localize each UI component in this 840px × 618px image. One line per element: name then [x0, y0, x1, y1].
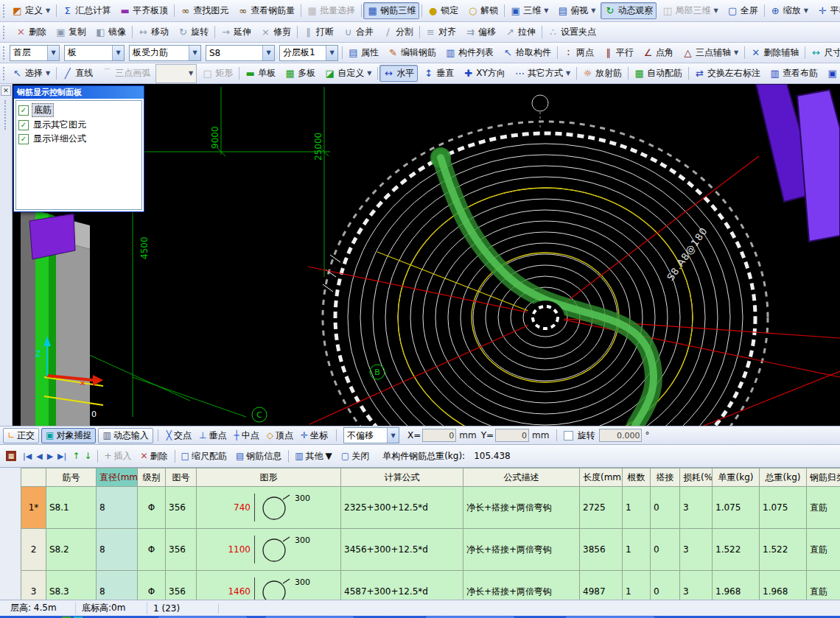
toolbar-button[interactable]: ↗ 拉伸 — [501, 24, 539, 41]
x-coordinate-input[interactable] — [422, 429, 456, 442]
toolbar-grip[interactable] — [3, 4, 4, 18]
toolbar-button[interactable]: ∕ 分割 — [379, 24, 417, 41]
checkbox-checked-icon[interactable]: ✓ — [18, 120, 29, 130]
toolbar-button[interactable]: ∴ 设置夹点 — [544, 24, 600, 41]
toolbar-button[interactable]: ∥ 平行 — [599, 44, 637, 61]
table-row[interactable]: 3 S8.3 8 Φ 356 1460 — [21, 571, 840, 600]
viewport-3d[interactable]: 9000 25000 4500 — [0, 84, 840, 426]
toolbar-button[interactable]: ▢ 全屏 — [724, 2, 762, 19]
toolbar-button[interactable]: ⋯ 其它方式 ▼ — [511, 65, 574, 82]
length-cell[interactable]: 3856 — [580, 529, 623, 571]
grid-toolbar-button[interactable]: ▢ 关闭 — [337, 448, 374, 465]
count-cell[interactable]: 1 — [623, 487, 651, 529]
toolbar-grip[interactable] — [4, 100, 7, 130]
record-nav-button[interactable]: ▶ — [45, 452, 55, 461]
toolbar-grip[interactable] — [3, 67, 4, 80]
formula-desc-cell[interactable]: 净长+搭接+两倍弯钩 — [463, 571, 580, 600]
snap-mode-button[interactable]: ◇ 顶点 — [263, 428, 297, 443]
count-cell[interactable]: 1 — [623, 571, 651, 600]
lap-cell[interactable]: 0 — [651, 529, 680, 571]
toolbar-button[interactable]: → 延伸 — [217, 24, 255, 41]
toolbar-button[interactable]: ▦ 批量选择 — [303, 2, 359, 19]
column-header[interactable]: 级别 — [138, 468, 166, 487]
toolbar-button[interactable]: ☼ 放射筋 — [578, 65, 626, 82]
column-header[interactable]: 图号 — [166, 468, 197, 487]
toolbar-button[interactable]: ╱ 直线 — [58, 65, 97, 82]
toolbar-button[interactable]: ▬ 单板 — [241, 65, 279, 82]
row-number-cell[interactable]: 1* — [21, 487, 46, 529]
toolbar-button[interactable]: ⊕ 缩放 ▼ — [766, 2, 812, 19]
toolbar-button[interactable]: ✎ 编辑钢筋 — [384, 44, 440, 61]
loss-cell[interactable]: 3 — [680, 571, 713, 600]
toolbar-button[interactable]: ∶ 两点 — [559, 44, 598, 61]
panel-title[interactable]: 钢筋显示控制面板 — [14, 86, 144, 99]
toolbar-button[interactable]: ∞ 查找图元 — [176, 2, 232, 19]
diameter-cell[interactable]: 8 — [97, 487, 138, 529]
formula-cell[interactable]: 4587+300+12.5*d — [341, 571, 463, 600]
length-cell[interactable]: 4987 — [580, 571, 623, 600]
shape-number-cell[interactable]: 356 — [166, 487, 197, 529]
shape-cell[interactable]: 1100 300 — [197, 529, 341, 571]
shape-number-cell[interactable]: 356 — [166, 571, 197, 600]
toolbar-button[interactable]: ⌒ 三点画弧 — [98, 65, 154, 82]
column-header[interactable]: 公式描述 — [463, 468, 580, 487]
toolbar-button[interactable]: ∞ 查看钢筋量 — [234, 2, 298, 19]
shape-cell[interactable]: 740 300 — [197, 487, 341, 529]
toolbar-button[interactable]: ↖ 选择 ▼ — [8, 65, 54, 82]
total-weight-cell[interactable]: 1.968 — [760, 571, 807, 600]
row-number-cell[interactable]: 3 — [21, 571, 46, 600]
toolbar-button[interactable]: ✕ 删除辅轴 — [746, 44, 802, 61]
toolbar-button[interactable]: ✛ 平移 ▼ — [813, 2, 840, 19]
toolbar-button[interactable]: ▣ 三维 ▼ — [506, 2, 552, 19]
snap-toggle-button[interactable]: ▥ 动态输入 — [98, 428, 153, 443]
toolbar-button[interactable]: × 修剪 — [256, 24, 295, 41]
toolbar-grip[interactable] — [3, 26, 8, 39]
shape-number-cell[interactable]: 356 — [166, 529, 197, 571]
tree-item[interactable]: ✓ 显示详细公式 — [18, 132, 140, 146]
toolbar-button[interactable]: ↕ 垂直 — [419, 65, 458, 82]
diameter-cell[interactable]: 8 — [97, 571, 138, 600]
toolbar-button[interactable]: □ 矩形 — [198, 65, 237, 82]
toolbar-button[interactable]: △ 三点辅轴 ▼ — [679, 44, 742, 61]
grade-cell[interactable]: Φ — [138, 571, 166, 600]
grid-toolbar-button[interactable]: □ 缩尺配筋 — [177, 448, 231, 465]
lap-cell[interactable]: 0 — [651, 487, 680, 529]
selector-combo[interactable]: 分层板1 ▼ — [279, 45, 338, 61]
toolbar-button[interactable]: ∪ 合并 — [339, 24, 377, 41]
toolbar-button[interactable]: ↻ 动态观察 — [601, 2, 657, 19]
count-cell[interactable]: 1 — [623, 529, 651, 571]
formula-cell[interactable]: 2325+300+12.5*d — [341, 487, 463, 529]
toolbar-button[interactable]: ◫ 局部三维 ▼ — [658, 2, 721, 19]
shape-cell[interactable]: 1460 300 — [197, 571, 341, 600]
diameter-cell[interactable]: 8 — [97, 529, 138, 571]
selector-combo[interactable]: S8 ▼ — [206, 45, 275, 61]
rotate-checkbox[interactable] — [564, 431, 573, 440]
toolbar-button[interactable]: ↔ 移动 — [134, 24, 172, 41]
grade-cell[interactable]: Φ — [138, 529, 166, 571]
toolbar-button[interactable]: ▣ 复制钢筋 — [823, 65, 840, 82]
chevron-down-icon[interactable]: ▼ — [112, 46, 124, 60]
grid-toolbar-button[interactable]: ▥ 其他 ▼ — [290, 448, 337, 465]
toolbar-button[interactable]: ‖ 打断 — [299, 24, 337, 41]
column-header[interactable]: 长度(mm) — [580, 468, 623, 487]
toolbar-button[interactable]: ● 锁定 — [424, 2, 462, 19]
toolbar-button[interactable]: ▬ 平齐板顶 — [116, 2, 172, 19]
snap-mode-button[interactable]: ⊥ 垂点 — [195, 428, 230, 443]
close-icon[interactable]: ✕ — [1, 85, 11, 96]
column-header[interactable]: 总重(kg) — [760, 468, 807, 487]
selector-combo[interactable]: 板受力筋 ▼ — [129, 45, 201, 61]
column-header[interactable]: 计算公式 — [341, 468, 463, 487]
column-header[interactable] — [21, 468, 46, 487]
unit-weight-cell[interactable]: 1.968 — [713, 571, 760, 600]
toolbar-grip[interactable] — [3, 46, 4, 60]
category-cell[interactable]: 直筋 — [807, 487, 840, 529]
loss-cell[interactable]: 3 — [680, 487, 713, 529]
toolbar-button[interactable]: ▣ 复制 — [52, 24, 90, 41]
y-coordinate-input[interactable] — [495, 429, 529, 442]
tree-item[interactable]: ✓ 底筋 — [18, 102, 140, 118]
formula-cell[interactable]: 3456+300+12.5*d — [341, 529, 463, 571]
table-row[interactable]: 1* S8.1 8 Φ 356 740 — [21, 487, 840, 529]
grid-toolbar-button[interactable]: ▤ 钢筋信息 — [231, 448, 286, 465]
lap-cell[interactable]: 0 — [651, 571, 680, 600]
selector-combo[interactable]: 板 ▼ — [64, 45, 125, 61]
